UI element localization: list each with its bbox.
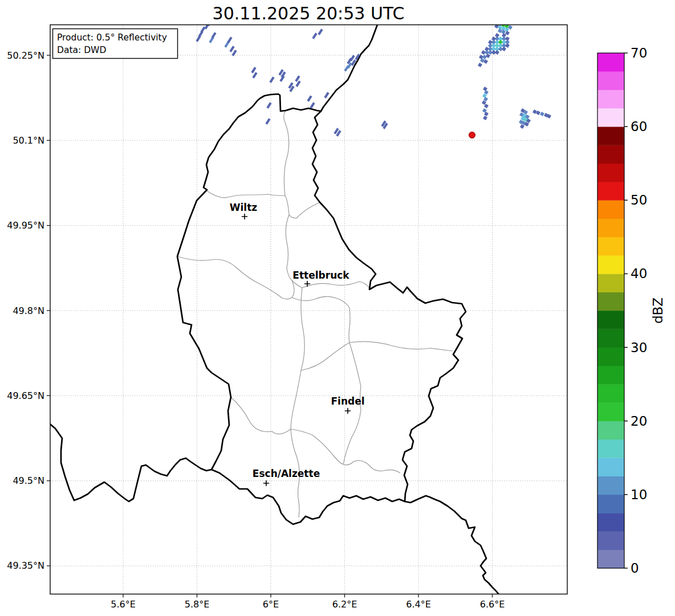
info-box: Product: 0.5° Reflectivity Data: DWD [53,29,178,59]
red-dot-marker [469,132,475,138]
colorbar-tick-label: 20 [631,414,647,429]
colorbar-band [597,421,624,440]
colorbar-band [597,164,624,182]
y-tick-label: 50.25°N [7,50,44,61]
y-tick-label: 50.1°N [13,135,44,146]
colorbar-band [597,127,624,145]
colorbar-band [597,292,624,311]
colorbar-band [597,329,624,348]
colorbar-tick-label: 10 [631,487,647,502]
y-tick-label: 49.95°N [7,220,44,231]
x-tick-label: 5.8°E [185,599,210,610]
map-title: 30.11.2025 20:53 UTC [213,3,405,23]
colorbar-band [597,384,624,403]
colorbar-tick-label: 70 [631,46,647,60]
colorbar-tick-label: 60 [631,119,647,134]
x-tick-label: 5.6°E [111,599,136,610]
colorbar-band [597,311,624,329]
colorbar-band [597,439,624,458]
info-box-product-line: Product: 0.5° Reflectivity [57,32,167,43]
city-label: Findel [331,395,364,407]
y-tick-label: 49.65°N [7,390,44,401]
colorbar-tick-label: 0 [631,561,639,576]
colorbar-band [597,255,624,274]
y-tick-label: 49.35°N [7,560,44,571]
colorbar-band [597,274,624,292]
colorbar-band [597,145,624,164]
colorbar-band [597,219,624,238]
colorbar-band [597,550,624,569]
colorbar-band [597,531,624,550]
colorbar-tick-label: 30 [631,340,647,355]
colorbar-band [597,513,624,532]
colorbar-band [597,348,624,366]
colorbar-band [597,71,624,90]
city-label: Wiltz [230,202,258,213]
weather-radar-figure: 30.11.2025 20:53 UTC [0,0,675,616]
x-tick-label: 6.4°E [406,599,431,610]
colorbar-band [597,458,624,476]
colorbar-tick-label: 50 [631,193,647,207]
info-box-data-line: Data: DWD [57,45,106,55]
colorbar-bands [597,53,624,568]
y-tick-label: 49.8°N [13,305,44,316]
colorbar-band [597,495,624,513]
y-tick-label: 49.5°N [13,475,44,486]
colorbar-band [597,402,624,421]
colorbar-axis-label: dBZ [650,297,665,324]
colorbar-band [597,108,624,127]
colorbar-band [597,476,624,495]
x-tick-label: 6.2°E [332,599,357,610]
figure-background [0,0,675,616]
x-tick-label: 6.6°E [480,599,505,610]
colorbar-band [597,366,624,385]
colorbar-band [597,90,624,109]
colorbar-band [597,53,624,72]
x-tick-label: 6°E [263,599,279,610]
city-label: Esch/Alzette [253,468,320,479]
colorbar-band [597,200,624,219]
radar-map-canvas: 30.11.2025 20:53 UTC [0,0,675,616]
colorbar-band [597,237,624,256]
city-label: Ettelbruck [292,270,349,281]
colorbar-band [597,182,624,201]
colorbar-tick-label: 40 [631,266,647,281]
